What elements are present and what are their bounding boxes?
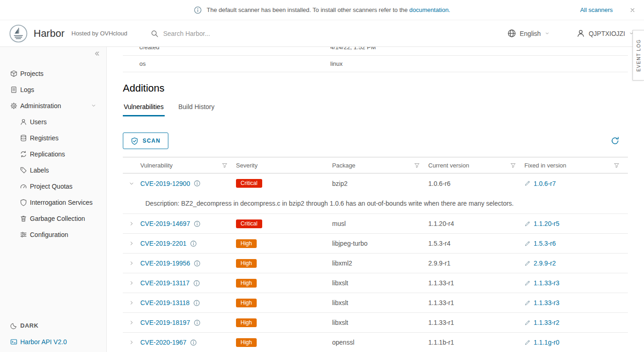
- column-header-label: Current version: [428, 162, 469, 169]
- info-icon[interactable]: [193, 300, 200, 306]
- sidebar-item-labels[interactable]: Labels: [0, 162, 106, 178]
- fixed-version-link[interactable]: 1.1.33-r3: [534, 279, 559, 287]
- harbor-brand[interactable]: Harbor Hosted by OVHcloud: [9, 24, 127, 43]
- all-scanners-link[interactable]: All scanners: [580, 6, 613, 13]
- refresh-icon[interactable]: [610, 136, 620, 145]
- filter-icon[interactable]: [510, 162, 516, 168]
- current-version-cell: 1.1.20-r4: [428, 220, 524, 227]
- sidebar-item-administration[interactable]: Administration: [0, 98, 106, 114]
- current-version-cell: 1.0.6-r6: [428, 180, 524, 187]
- fixed-version-link[interactable]: 2.9.9-r2: [534, 260, 556, 267]
- severity-badge: High: [236, 259, 257, 268]
- sidebar-item-project-quotas[interactable]: Project Quotas: [0, 178, 106, 194]
- column-header-package[interactable]: Package: [332, 162, 428, 169]
- cve-link[interactable]: CVE-2019-19956: [140, 260, 190, 267]
- main-content: created4/14/22, 1:52 PMoslinux Additions…: [107, 47, 644, 352]
- user-icon: [576, 29, 585, 38]
- cve-link[interactable]: CVE-2019-2201: [140, 240, 186, 247]
- fixed-version-link[interactable]: 1.0.6-r7: [534, 180, 556, 187]
- chevron-down-icon[interactable]: [129, 181, 134, 186]
- info-icon[interactable]: [193, 280, 200, 287]
- chevron-right-icon[interactable]: [129, 241, 134, 246]
- chevron-right-icon[interactable]: [129, 320, 134, 325]
- scan-button-label: SCAN: [143, 138, 161, 144]
- chevron-right-icon[interactable]: [129, 280, 134, 286]
- column-header-label: Package: [332, 162, 356, 169]
- language-label: English: [520, 30, 541, 37]
- administration-icon: [10, 102, 17, 110]
- cve-link[interactable]: CVE-2020-1967: [140, 339, 186, 346]
- scan-button[interactable]: SCAN: [123, 133, 168, 149]
- filter-icon[interactable]: [614, 162, 620, 168]
- sidebar-item-interrogation-services[interactable]: Interrogation Services: [0, 194, 106, 210]
- current-version-cell: 1.1.1b-r1: [428, 339, 524, 346]
- harbor-api-link[interactable]: Harbor API V2.0: [0, 334, 106, 350]
- sidebar-item-configuration[interactable]: Configuration: [0, 226, 106, 242]
- notification-text: The default scanner has been installed. …: [207, 6, 409, 13]
- column-header-severity[interactable]: Severity: [236, 162, 332, 169]
- chevron-right-icon[interactable]: [129, 260, 134, 266]
- notification-banner: The default scanner has been installed. …: [0, 0, 644, 20]
- documentation-link[interactable]: documentation.: [409, 6, 450, 13]
- cve-link[interactable]: CVE-2019-12900: [140, 180, 190, 187]
- moon-icon: [10, 322, 17, 329]
- fixed-version-link[interactable]: 1.1.33-r2: [534, 319, 559, 326]
- severity-badge: High: [236, 299, 257, 307]
- cve-link[interactable]: CVE-2019-13117: [140, 279, 190, 287]
- tab-build-history[interactable]: Build History: [178, 101, 216, 116]
- pencil-icon: [524, 260, 530, 266]
- info-icon[interactable]: [190, 339, 197, 346]
- cve-link[interactable]: CVE-2019-13118: [140, 299, 190, 306]
- chevron-right-icon[interactable]: [129, 221, 134, 226]
- sidebar-item-garbage-collection[interactable]: Garbage Collection: [0, 210, 106, 226]
- close-icon[interactable]: [629, 7, 636, 13]
- event-log-tab[interactable]: EVENT LOG: [632, 30, 644, 81]
- tab-vulnerabilities[interactable]: Vulnerabilities: [123, 101, 165, 116]
- filter-icon[interactable]: [222, 162, 228, 168]
- chevron-down-icon[interactable]: [91, 103, 96, 108]
- column-header-current-version[interactable]: Current version: [428, 162, 524, 169]
- sidebar-item-users[interactable]: Users: [0, 114, 106, 130]
- fixed-version-link[interactable]: 1.5.3-r6: [534, 240, 556, 247]
- language-dropdown[interactable]: English: [507, 29, 550, 38]
- garbage-collection-icon: [20, 215, 27, 222]
- cve-link[interactable]: CVE-2019-18197: [140, 319, 190, 326]
- fixed-version-link[interactable]: 1.1.20-r5: [534, 220, 559, 227]
- sidebar-item-label: Logs: [20, 86, 34, 93]
- dark-mode-toggle[interactable]: DARK: [0, 317, 106, 334]
- column-header-label: Vulnerability: [140, 162, 172, 169]
- sidebar-item-logs[interactable]: Logs: [0, 81, 106, 98]
- info-icon[interactable]: [194, 319, 201, 326]
- sidebar-collapse-icon[interactable]: [93, 50, 100, 57]
- chevron-right-icon[interactable]: [129, 340, 134, 345]
- sidebar-item-projects[interactable]: Projects: [0, 65, 106, 81]
- artifact-detail-value: 4/14/22, 1:52 PM: [330, 47, 628, 51]
- vulnerability-row: CVE-2019-13118Highlibxslt1.1.33-r11.1.33…: [123, 293, 628, 313]
- vulnerability-description: Description: BZ2_decompress in decompres…: [123, 193, 628, 214]
- sidebar-item-replications[interactable]: Replications: [0, 146, 106, 162]
- search-input[interactable]: [163, 30, 283, 37]
- sidebar-item-registries[interactable]: Registries: [0, 130, 106, 146]
- sidebar-item-label: Administration: [20, 102, 61, 110]
- filter-icon[interactable]: [414, 162, 420, 168]
- info-icon[interactable]: [194, 220, 201, 227]
- column-header-fixed-in-version[interactable]: Fixed in version: [524, 162, 628, 169]
- chevron-right-icon[interactable]: [129, 300, 134, 306]
- current-version-cell: 1.1.33-r1: [428, 279, 524, 287]
- sidebar: Projects Logs Administration UsersRegist…: [0, 47, 107, 352]
- column-header-vulnerability[interactable]: Vulnerability: [140, 162, 236, 169]
- info-icon[interactable]: [194, 180, 201, 187]
- fixed-version-link[interactable]: 1.1.1g-r0: [534, 339, 559, 346]
- fixed-version-link[interactable]: 1.1.33-r3: [534, 299, 559, 306]
- artifact-detail-row: created4/14/22, 1:52 PM: [123, 47, 628, 56]
- info-icon[interactable]: [194, 260, 201, 267]
- api-link-label: Harbor API V2.0: [20, 338, 67, 346]
- cve-link[interactable]: CVE-2019-14697: [140, 220, 190, 227]
- pencil-icon: [524, 221, 530, 227]
- projects-icon: [10, 70, 17, 77]
- user-dropdown[interactable]: QJPTXIOJZI: [576, 29, 634, 38]
- info-icon[interactable]: [190, 240, 197, 247]
- interrogation-services-icon: [20, 199, 27, 206]
- labels-icon: [20, 167, 27, 174]
- package-cell: libxml2: [332, 260, 428, 267]
